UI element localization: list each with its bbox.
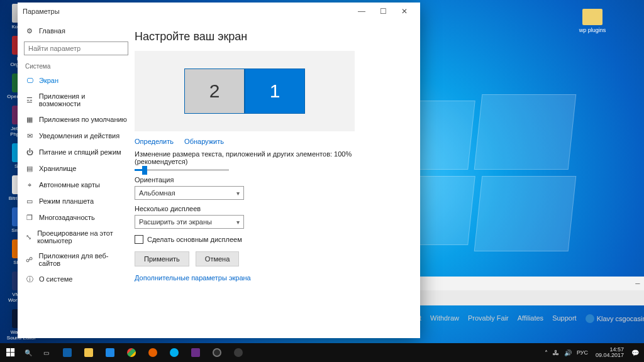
sidebar-item-label: Приложения для веб-сайтов (39, 252, 127, 267)
sidebar-item-storage[interactable]: ▤ Хранилище (18, 160, 135, 177)
sidebar-item-about[interactable]: ⓘ О системе (18, 271, 135, 287)
detect-link[interactable]: Обнаружить (184, 138, 224, 145)
desktop: Корзина Reg Organizer Open Server JetBra… (0, 0, 644, 362)
make-main-display-checkbox[interactable]: Сделать основным дисплеем (135, 235, 406, 244)
sidebar-section-system: Система (18, 57, 135, 72)
maximize-icon[interactable]: ☐ (372, 7, 394, 16)
drive-icon: ▤ (25, 164, 34, 173)
sidebar-item-default-apps[interactable]: ▦ Приложения по умолчанию (18, 111, 135, 128)
nav-support[interactable]: Support (552, 314, 577, 323)
minimize-icon[interactable]: — (635, 279, 640, 288)
settings-content: Настройте ваш экран 2 1 Определить Обнар… (135, 20, 420, 338)
apply-button[interactable]: Применить (135, 251, 189, 266)
taskbar-app-store[interactable] (99, 343, 121, 362)
scale-slider[interactable] (135, 169, 229, 171)
multiple-displays-select[interactable]: Расширить эти экраны ▾ (135, 215, 244, 229)
monitor-1[interactable]: 1 (245, 69, 305, 114)
monitor-icon: 🖵 (25, 76, 34, 85)
cancel-button[interactable]: Отмена (196, 251, 239, 266)
page-title: Настройте ваш экран (135, 30, 406, 43)
svg-rect-2 (6, 353, 10, 356)
sidebar-item-projecting[interactable]: ⤡ Проецирование на этот компьютер (18, 226, 135, 248)
settings-sidebar: ⚙ Главная Система 🖵 Экран ☲ Приложения и… (18, 20, 135, 338)
task-view-icon[interactable]: ▭ (35, 343, 57, 362)
sidebar-item-multitasking[interactable]: ❐ Многозадачность (18, 209, 135, 226)
sidebar-item-label: Хранилище (39, 165, 76, 172)
multiple-displays-value: Расширить эти экраны (139, 218, 212, 226)
sidebar-home-label: Главная (39, 27, 65, 35)
sidebar-item-power[interactable]: ⏻ Питание и спящий режим (18, 144, 135, 160)
taskbar-app-settings[interactable] (228, 343, 249, 362)
sidebar-item-label: Приложения и возможности (39, 92, 127, 107)
webapps-icon: ☍ (25, 255, 34, 264)
desktop-icon-wp-plugins[interactable]: wp plugins (575, 9, 610, 33)
gear-icon: ⚙ (25, 26, 34, 35)
advanced-display-link[interactable]: Дополнительные параметры экрана (135, 274, 251, 282)
map-icon: ⌖ (25, 180, 34, 189)
monitor-2[interactable]: 2 (184, 69, 245, 114)
window-title: Параметры (23, 8, 351, 15)
slider-thumb[interactable] (142, 166, 147, 175)
sidebar-item-label: Автономные карты (39, 181, 100, 189)
multiple-displays-label: Несколько дисплеев (135, 205, 406, 212)
close-icon[interactable]: ✕ (394, 7, 415, 16)
settings-search[interactable] (24, 41, 128, 55)
list-icon: ☲ (25, 96, 34, 104)
nav-affiliates[interactable]: Affiliates (518, 314, 543, 323)
orientation-select[interactable]: Альбомная ▾ (135, 186, 244, 200)
display-arrangement[interactable]: 2 1 (135, 51, 355, 131)
svg-rect-0 (6, 348, 10, 352)
info-icon: ⓘ (25, 275, 34, 283)
search-icon[interactable]: 🔍 (21, 343, 35, 362)
tray-date: 09.04.2017 (596, 353, 624, 358)
taskbar-app-chrome[interactable] (121, 343, 142, 362)
svg-rect-3 (11, 353, 14, 356)
multitask-icon: ❐ (25, 213, 34, 222)
grid-icon: ▦ (25, 115, 34, 124)
start-button[interactable] (0, 343, 21, 362)
tray-language[interactable]: РУС (577, 349, 588, 356)
sidebar-item-offline-maps[interactable]: ⌖ Автономные карты (18, 177, 135, 193)
identify-link[interactable]: Определить (135, 138, 174, 145)
bell-icon: ✉ (25, 131, 34, 140)
sidebar-home[interactable]: ⚙ Главная (18, 23, 135, 39)
checkbox-icon[interactable] (135, 235, 143, 244)
nav-provably[interactable]: Provably Fair (468, 314, 509, 323)
tray-chevron-up-icon[interactable]: ˄ (545, 349, 548, 356)
taskbar-app-explorer[interactable] (78, 343, 99, 362)
tray-network-icon[interactable]: 🖧 (553, 349, 559, 356)
chevron-down-icon: ▾ (236, 190, 240, 197)
orientation-value: Альбомная (139, 189, 175, 197)
system-tray: ˄ 🖧 🔊 РУС 14:57 09.04.2017 💬 (545, 347, 644, 359)
sidebar-item-label: Режим планшета (39, 197, 94, 205)
taskbar-app-phpstorm[interactable] (185, 343, 206, 362)
sidebar-item-label: Уведомления и действия (39, 132, 119, 140)
tablet-icon: ▭ (25, 197, 34, 206)
search-input[interactable] (24, 41, 128, 55)
sidebar-item-tablet-mode[interactable]: ▭ Режим планшета (18, 193, 135, 209)
sidebar-item-apps[interactable]: ☲ Приложения и возможности (18, 89, 135, 111)
tray-action-center-icon[interactable]: 💬 (631, 349, 639, 356)
sidebar-item-label: О системе (39, 275, 72, 283)
minimize-icon[interactable]: — (351, 7, 372, 16)
taskbar: 🔍 ▭ ˄ 🖧 🔊 РУС 14:57 09.04.2017 💬 (0, 343, 644, 362)
nav-withdraw[interactable]: Withdraw (430, 314, 459, 323)
sidebar-item-label: Питание и спящий режим (39, 148, 121, 156)
sidebar-item-display[interactable]: 🖵 Экран (18, 72, 135, 89)
chevron-down-icon: ▾ (236, 219, 240, 226)
nav-user[interactable]: Klavy csgocasino.net (586, 314, 644, 323)
sidebar-item-notifications[interactable]: ✉ Уведомления и действия (18, 128, 135, 144)
tray-clock[interactable]: 14:57 09.04.2017 (593, 347, 626, 359)
sidebar-item-label: Проецирование на этот компьютер (37, 229, 127, 244)
taskbar-app-obs[interactable] (206, 343, 228, 362)
taskbar-app-skype[interactable] (164, 343, 185, 362)
make-main-label: Сделать основным дисплеем (147, 236, 242, 243)
sidebar-item-label: Многозадачность (39, 214, 95, 221)
sidebar-item-web-apps[interactable]: ☍ Приложения для веб-сайтов (18, 248, 135, 271)
power-icon: ⏻ (25, 148, 34, 156)
project-icon: ⤡ (25, 233, 32, 241)
tray-volume-icon[interactable]: 🔊 (564, 349, 572, 356)
taskbar-app-firefox[interactable] (142, 343, 164, 362)
taskbar-app-edge[interactable] (57, 343, 78, 362)
settings-window: Параметры — ☐ ✕ ⚙ Главная Система 🖵 Экра… (18, 3, 420, 338)
